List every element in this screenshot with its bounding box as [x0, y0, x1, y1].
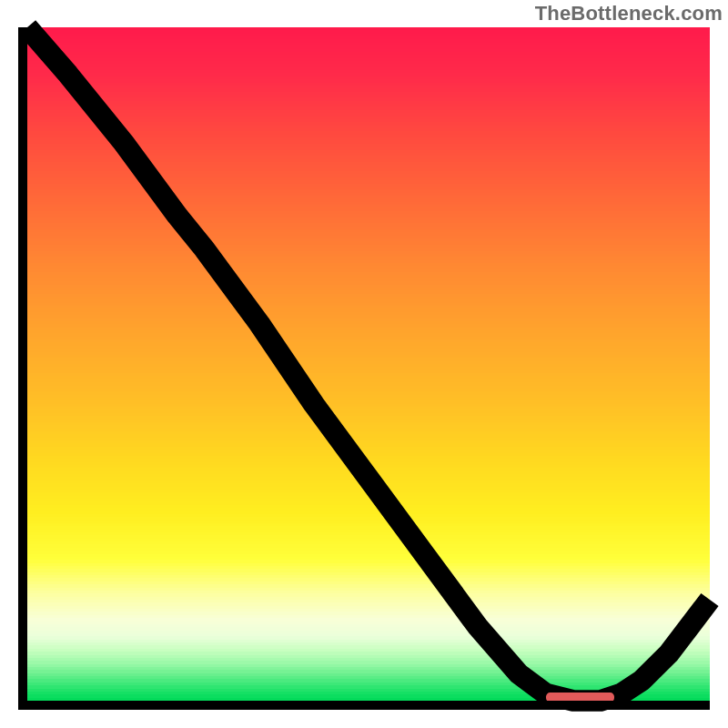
- marker-layer: [27, 27, 710, 701]
- plot-frame: [18, 27, 710, 710]
- watermark-text: TheBottleneck.com: [535, 2, 723, 25]
- optimal-range-marker: [546, 693, 614, 702]
- chart-stage: TheBottleneck.com: [0, 0, 728, 728]
